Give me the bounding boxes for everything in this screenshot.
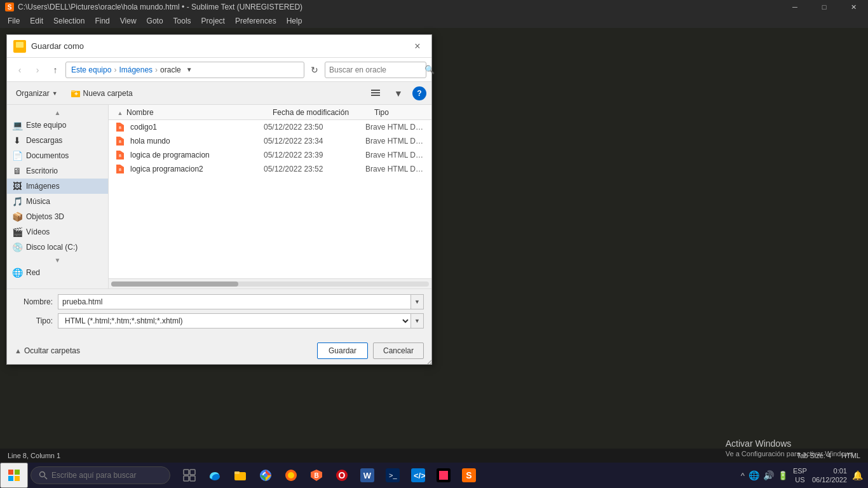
hide-folders-label: Ocultar carpetas <box>24 346 80 355</box>
language-indicator[interactable]: ESP US <box>793 466 807 485</box>
minimize-button[interactable]: ─ <box>780 0 810 14</box>
save-button[interactable]: Guardar <box>317 342 368 359</box>
file-row[interactable]: B logica programacion2 05/12/2022 23:52 … <box>109 162 431 176</box>
file-type: Brave HTML Doc... <box>365 123 426 132</box>
bottom-section: Nombre: ▼ Tipo: HTML (*.html;*.htm;*.sht… <box>7 288 431 337</box>
taskbar-search-box[interactable] <box>31 466 170 484</box>
svg-text:S: S <box>466 470 471 480</box>
new-folder-label: Nueva carpeta <box>83 89 133 98</box>
system-tray: ^ 🌐 🔊 🔋 <box>736 470 793 480</box>
menu-view[interactable]: View <box>115 15 142 27</box>
maximize-button[interactable]: □ <box>810 0 839 14</box>
taskbar-vscode[interactable]: </> <box>407 464 430 487</box>
terminal-icon: >_ <box>386 468 400 482</box>
nav-back-button[interactable]: ‹ <box>12 62 27 78</box>
sidebar-scroll-down[interactable]: ▼ <box>7 255 108 265</box>
nav-forward-button[interactable]: › <box>30 62 45 78</box>
notification-icon[interactable]: 🔔 <box>852 470 863 480</box>
svg-rect-21 <box>8 476 13 481</box>
menu-preferences[interactable]: Preferences <box>230 15 281 27</box>
filename-dropdown-button[interactable]: ▼ <box>411 294 424 309</box>
column-header-name[interactable]: Nombre <box>126 108 273 117</box>
breadcrumb-oracle[interactable]: oracle <box>160 65 181 74</box>
sidebar-item-red[interactable]: 🌐 Red <box>7 265 108 280</box>
filetype-dropdown-button[interactable]: ▼ <box>411 313 424 329</box>
search-input[interactable] <box>329 65 424 74</box>
help-button[interactable]: ? <box>412 86 426 100</box>
view-dropdown-button[interactable]: ▼ <box>390 86 407 101</box>
new-folder-button[interactable]: + Nueva carpeta <box>67 86 137 100</box>
sidebar-item-imagenes[interactable]: 🖼 Imágenes <box>7 179 108 194</box>
file-list-header: ▲ Nombre Fecha de modificación Tipo <box>109 105 431 120</box>
sidebar-item-escritorio[interactable]: 🖥 Escritorio <box>7 163 108 179</box>
menu-find[interactable]: Find <box>90 15 114 27</box>
cancel-button[interactable]: Cancelar <box>373 342 424 359</box>
menu-edit[interactable]: Edit <box>25 15 48 27</box>
file-row[interactable]: B codigo1 05/12/2022 23:50 Brave HTML Do… <box>109 120 431 134</box>
network-icon[interactable]: 🌐 <box>749 470 759 480</box>
menu-goto[interactable]: Goto <box>142 15 168 27</box>
filetype-select[interactable]: HTML (*.html;*.htm;*.shtml;*.xhtml) <box>58 313 411 329</box>
breadcrumb-dropdown-icon[interactable]: ▼ <box>186 66 193 73</box>
taskbar-search-input[interactable] <box>51 471 153 480</box>
videos-icon: 🎬 <box>12 227 22 237</box>
taskbar-sublime[interactable]: S <box>458 464 480 487</box>
column-header-type[interactable]: Tipo <box>374 108 426 117</box>
sidebar-scroll-up[interactable]: ▲ <box>7 107 108 118</box>
filename-input[interactable] <box>58 294 411 309</box>
view-button[interactable] <box>367 86 384 101</box>
menu-help[interactable]: Help <box>281 15 308 27</box>
dialog-close-button[interactable]: × <box>410 39 425 54</box>
taskbar-opera[interactable]: O <box>330 464 353 487</box>
volume-icon[interactable]: 🔊 <box>763 470 774 480</box>
dialog-icon <box>13 40 26 53</box>
sidebar-item-documentos[interactable]: 📄 Documentos <box>7 148 108 163</box>
taskbar-firefox[interactable] <box>280 464 302 487</box>
taskbar-explorer[interactable] <box>229 464 252 487</box>
svg-text:B: B <box>119 168 121 172</box>
taskbar-chrome[interactable] <box>254 464 277 487</box>
file-row[interactable]: B logica de programacion 05/12/2022 23:3… <box>109 148 431 162</box>
file-row[interactable]: B hola mundo 05/12/2022 23:34 Brave HTML… <box>109 134 431 148</box>
taskbar-terminal[interactable]: >_ <box>381 464 404 487</box>
sidebar-item-objetos3d[interactable]: 📦 Objetos 3D <box>7 209 108 224</box>
edge-icon <box>208 468 222 482</box>
taskbar-brave[interactable]: B <box>305 464 328 487</box>
start-button[interactable] <box>0 463 28 488</box>
taskbar: B O W >_ </> S ^ 🌐 🔊 🔋 ESP US 0:01 <box>0 463 868 488</box>
title-bar: S C:\Users\DELL\Pictures\oracle\hola mun… <box>0 0 868 14</box>
taskbar-taskview[interactable] <box>178 464 201 487</box>
clock[interactable]: 0:01 06/12/2022 <box>812 466 847 485</box>
column-header-date[interactable]: Fecha de modificación <box>273 108 374 117</box>
sidebar-item-musica[interactable]: 🎵 Música <box>7 194 108 209</box>
nav-up-button[interactable]: ↑ <box>48 62 63 78</box>
taskview-icon <box>183 469 196 482</box>
dialog-overlay: Guardar como × ‹ › ↑ Este equipo › Imáge… <box>0 28 432 358</box>
scrollbar-thumb[interactable] <box>111 281 238 287</box>
name-row: Nombre: ▼ <box>15 294 424 309</box>
sidebar-item-este-equipo[interactable]: 💻 Este equipo <box>7 118 108 133</box>
nav-refresh-button[interactable]: ↻ <box>307 62 322 78</box>
sidebar-item-descargas[interactable]: ⬇ Descargas <box>7 133 108 148</box>
taskbar-jetbrains[interactable] <box>432 464 455 487</box>
horizontal-scrollbar[interactable] <box>109 278 431 288</box>
resize-handle[interactable] <box>424 356 431 364</box>
close-button[interactable]: ✕ <box>839 0 868 14</box>
breadcrumb-imagenes[interactable]: Imágenes <box>119 65 153 74</box>
breadcrumb-este-equipo[interactable]: Este equipo <box>71 65 111 74</box>
menu-tools[interactable]: Tools <box>168 15 196 27</box>
organize-button[interactable]: Organizar ▼ <box>12 87 62 100</box>
taskbar-word[interactable]: W <box>356 464 379 487</box>
hide-folders-button[interactable]: ▲ Ocultar carpetas <box>15 346 80 355</box>
file-date: 05/12/2022 23:52 <box>264 165 365 173</box>
breadcrumb-bar[interactable]: Este equipo › Imágenes › oracle ▼ <box>65 62 304 78</box>
sidebar-item-videos[interactable]: 🎬 Vídeos <box>7 224 108 240</box>
menu-file[interactable]: File <box>3 15 25 27</box>
file-date: 05/12/2022 23:39 <box>264 151 365 159</box>
chevron-up-icon[interactable]: ^ <box>741 471 745 480</box>
sidebar-item-disco-local[interactable]: 💿 Disco local (C:) <box>7 240 108 255</box>
taskbar-edge[interactable] <box>203 464 226 487</box>
menu-project[interactable]: Project <box>196 15 230 27</box>
menu-selection[interactable]: Selection <box>48 15 90 27</box>
activate-windows-title: Activar Windows <box>726 438 855 449</box>
